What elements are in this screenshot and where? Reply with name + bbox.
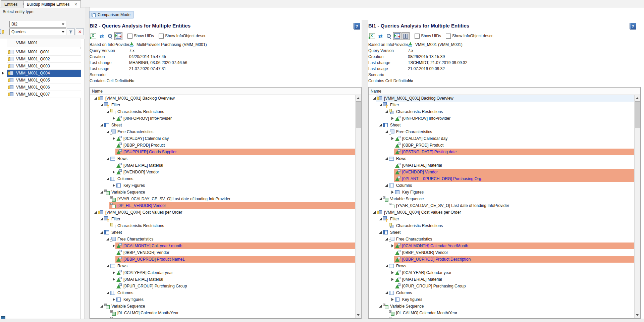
tree-row[interactable]: [0MATERIAL] Material — [90, 162, 356, 169]
compare-toggle-button[interactable] — [114, 32, 122, 40]
scroll-down-icon[interactable] — [356, 313, 361, 318]
show-uids-checkbox[interactable] — [127, 34, 132, 39]
collapse-caret-icon[interactable] — [384, 130, 389, 133]
collapse-caret-icon[interactable] — [372, 211, 377, 214]
tree-row[interactable]: [0INFOPROV] InfoProvider — [369, 115, 635, 122]
left-tree-header[interactable]: Name — [90, 88, 361, 95]
scrollbar-thumb[interactable] — [356, 101, 361, 128]
tree-row[interactable]: Free Characteristics — [90, 236, 356, 243]
collapse-caret-icon[interactable] — [93, 97, 98, 100]
list-item[interactable]: VMM_M001_Q006 — [7, 84, 81, 91]
tree-row[interactable]: [YVAR_0CALDAY_CE_SV_O] Last date of load… — [369, 202, 635, 209]
collapse-caret-icon[interactable] — [105, 177, 110, 180]
search-button[interactable] — [106, 32, 114, 40]
left-tree-scrollbar[interactable] — [355, 95, 361, 318]
tree-row[interactable]: [0P_CEL_CALYEAR] Calendar Year — [369, 316, 635, 318]
tree-row[interactable]: Sheet — [369, 122, 635, 128]
expand-caret-icon[interactable] — [111, 184, 116, 187]
tree-row[interactable]: Filter — [90, 102, 356, 108]
tree-row[interactable]: Free Characteristics — [369, 236, 635, 243]
tree-row[interactable]: [VMM_M001_Q001] Backlog Overview — [369, 95, 635, 102]
tree-row[interactable]: Filter — [90, 216, 356, 222]
list-item[interactable]: VMM_M001_Q002 — [7, 56, 81, 63]
expand-caret-icon[interactable] — [111, 244, 116, 248]
expand-caret-icon[interactable] — [390, 298, 395, 301]
tree-row[interactable]: Variable Sequence — [369, 303, 635, 310]
collapse-caret-icon[interactable] — [378, 218, 383, 220]
tree-row[interactable]: Sheet — [369, 229, 635, 236]
tree-row[interactable]: Free Characteristics — [369, 128, 635, 135]
tree-row[interactable]: Variable Sequence — [90, 189, 356, 196]
help-icon[interactable]: ? — [354, 23, 360, 30]
tree-row[interactable]: Characteristic Restrictions — [369, 108, 635, 115]
collapse-caret-icon[interactable] — [105, 265, 110, 267]
scroll-up-icon[interactable] — [635, 95, 640, 101]
tree-row[interactable]: [0PUR_GROUP] Purchasing Group — [369, 283, 635, 289]
tree-row[interactable]: [0BBP_VENDOR] Vendor — [90, 249, 356, 256]
panel-splitter[interactable] — [362, 20, 368, 319]
tree-row[interactable]: Sheet — [90, 122, 356, 128]
right-tree-scrollbar[interactable] — [634, 95, 640, 318]
entity-type-dropdown[interactable]: Queries — [9, 29, 66, 35]
tree-row[interactable]: [0CALYEAR] Calendar year — [369, 269, 635, 276]
tree-row[interactable]: Sheet — [90, 229, 356, 236]
tree-row[interactable]: Filter — [369, 216, 635, 222]
filter-button[interactable] — [67, 29, 75, 35]
expand-caret-icon[interactable] — [111, 170, 116, 174]
show-uids-checkbox[interactable] — [415, 34, 420, 39]
tree-row[interactable]: Characteristic Restrictions — [90, 222, 356, 229]
scroll-up-icon[interactable] — [356, 95, 361, 101]
collapse-caret-icon[interactable] — [384, 184, 389, 187]
collapse-caret-icon[interactable] — [384, 110, 389, 113]
tree-row[interactable]: [0MATERIAL] Material — [369, 276, 635, 283]
transfer-button[interactable] — [98, 32, 106, 40]
tree-row[interactable]: Columns — [90, 175, 356, 182]
tree-row[interactable]: [0P_CEL_CALYEAR] Calendar Year — [90, 316, 356, 318]
export-excel-button[interactable] — [368, 32, 376, 40]
tree-row[interactable]: Key figures — [90, 296, 356, 303]
search-button[interactable] — [385, 32, 393, 40]
tree-row[interactable]: [0CALMONTH] Cal. year / month — [90, 243, 356, 249]
tree-row[interactable]: Characteristic Restrictions — [90, 108, 356, 115]
collapse-caret-icon[interactable] — [105, 291, 110, 294]
layout-grid-button[interactable] — [401, 32, 410, 40]
export-excel-button[interactable] — [89, 32, 97, 40]
collapse-caret-icon[interactable] — [105, 130, 110, 133]
expand-caret-icon[interactable] — [111, 271, 116, 274]
list-item[interactable]: VMM_M001_Q005 — [7, 77, 81, 84]
collapse-caret-icon[interactable] — [99, 218, 104, 220]
scroll-down-icon[interactable] — [635, 313, 640, 318]
tree-row[interactable]: Key Figures — [369, 189, 635, 196]
tree-row[interactable]: [0CALDAY] Calendar day — [369, 135, 635, 142]
list-item[interactable]: VMM_M001_Q001 — [7, 49, 81, 56]
transfer-button[interactable] — [376, 32, 384, 40]
collapse-caret-icon[interactable] — [378, 124, 383, 126]
collapse-caret-icon[interactable] — [105, 238, 110, 240]
collapse-caret-icon[interactable] — [105, 157, 110, 160]
collapse-caret-icon[interactable] — [99, 231, 104, 234]
tree-row[interactable]: [0I_CALMO] Calendar Month/Year — [369, 310, 635, 316]
sidebar-splitter[interactable] — [85, 7, 90, 319]
expand-caret-icon[interactable] — [390, 244, 395, 248]
tree-row[interactable]: Filter — [369, 102, 635, 108]
tree-row[interactable]: [0INFOPROV] InfoProvider — [90, 115, 356, 122]
tree-row[interactable]: [0PSTNG_DATE] Posting date — [369, 149, 635, 155]
collapse-caret-icon[interactable] — [378, 104, 383, 106]
help-icon[interactable]: ? — [630, 23, 636, 30]
collapse-caret-icon[interactable] — [99, 305, 104, 308]
comparison-mode-button[interactable]: Comparison Mode — [90, 11, 133, 18]
tree-row[interactable]: [YVAR_0CALDAY_CE_SV_O] Last date of load… — [90, 196, 356, 202]
tab-buildup-multiple-entities[interactable]: Buildup Multiple Entities ✕ — [23, 0, 81, 8]
list-item[interactable]: VMM_M001_Q007 — [7, 91, 81, 98]
list-item[interactable]: VMM_M001_Q004 — [7, 70, 81, 77]
close-icon[interactable]: ✕ — [74, 2, 77, 7]
clear-filter-button[interactable]: ✕ — [76, 29, 84, 35]
collapse-caret-icon[interactable] — [384, 291, 389, 294]
tree-row[interactable]: Rows — [369, 155, 635, 162]
collapse-caret-icon[interactable] — [384, 265, 389, 267]
tree-row[interactable]: [0MATERIAL] Material — [90, 276, 356, 283]
expand-caret-icon[interactable] — [111, 298, 116, 301]
collapse-caret-icon[interactable] — [105, 110, 110, 113]
tree-row[interactable]: [0PUR_GROUP] Purchasing Group — [90, 283, 356, 289]
tree-row[interactable]: Rows — [90, 155, 356, 162]
